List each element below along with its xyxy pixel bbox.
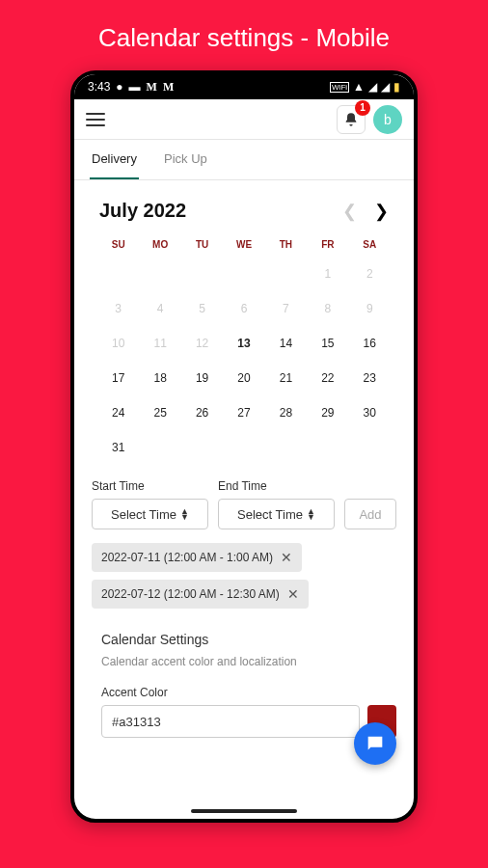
calendar-dow: SA: [349, 239, 391, 250]
tab-pickup[interactable]: Pick Up: [162, 140, 209, 179]
chat-icon: [365, 733, 386, 754]
calendar-day[interactable]: 21: [265, 367, 307, 389]
settings-title: Calendar Settings: [101, 632, 396, 647]
calendar-day[interactable]: 23: [349, 367, 391, 389]
calendar-day[interactable]: 24: [97, 402, 139, 423]
calendar-dow: TH: [265, 239, 307, 250]
notifications-button[interactable]: 1: [337, 105, 366, 134]
add-time-button[interactable]: Add: [344, 499, 396, 529]
menu-button[interactable]: [86, 113, 105, 126]
calendar-day[interactable]: 25: [139, 402, 180, 423]
settings-description: Calendar accent color and localization: [101, 655, 396, 668]
calendar-day[interactable]: 26: [181, 402, 223, 423]
status-bar: 3:43 ● ▬ M M WiFi ▲ ◢ ◢ ▮: [74, 74, 414, 99]
chip-remove-button[interactable]: ✕: [287, 586, 299, 602]
time-row: Start Time Select Time ▲▼ End Time Selec…: [90, 479, 398, 529]
calendar-day[interactable]: 28: [265, 402, 307, 423]
calendar-day[interactable]: 13: [223, 333, 264, 354]
time-chip: 2022-07-12 (12:00 AM - 12:30 AM)✕: [92, 580, 309, 609]
time-chips: 2022-07-11 (12:00 AM - 1:00 AM)✕2022-07-…: [90, 543, 398, 609]
tab-delivery[interactable]: Delivery: [90, 140, 139, 179]
calendar-day[interactable]: 2: [349, 263, 391, 285]
page-title: Calendar settings - Mobile: [0, 0, 488, 70]
calendar-day[interactable]: 30: [349, 402, 391, 423]
chip-label: 2022-07-11 (12:00 AM - 1:00 AM): [101, 551, 273, 564]
calendar-day: [97, 263, 139, 285]
calendar-day: [223, 263, 264, 285]
accent-color-input[interactable]: #a31313: [101, 705, 360, 738]
stepper-icon: ▲▼: [180, 508, 189, 520]
calendar-day: [265, 263, 307, 285]
status-battery-icon: ▮: [393, 80, 400, 94]
calendar-grid: SUMOTUWETHFRSA12345678910111213141516171…: [90, 239, 398, 458]
status-app-icon: ▬: [129, 80, 141, 94]
calendar-day[interactable]: 14: [265, 333, 307, 354]
calendar-day[interactable]: 6: [223, 298, 264, 319]
calendar-day[interactable]: 17: [97, 367, 139, 389]
time-chip: 2022-07-11 (12:00 AM - 1:00 AM)✕: [92, 543, 302, 572]
calendar-settings-section: Calendar Settings Calendar accent color …: [90, 632, 398, 738]
calendar-header: July 2022 ❮ ❯: [90, 200, 398, 222]
calendar-day[interactable]: 29: [307, 402, 348, 423]
prev-month-button[interactable]: ❮: [342, 201, 357, 222]
chip-remove-button[interactable]: ✕: [281, 550, 292, 565]
calendar-dow: TU: [181, 239, 223, 250]
calendar-day[interactable]: 7: [265, 298, 307, 319]
calendar-day[interactable]: 9: [349, 298, 391, 319]
calendar-day[interactable]: 18: [139, 367, 180, 389]
start-time-select[interactable]: Select Time ▲▼: [92, 499, 208, 529]
end-time-select[interactable]: Select Time ▲▼: [218, 499, 335, 529]
stepper-icon: ▲▼: [307, 508, 315, 520]
notification-badge: 1: [355, 100, 370, 116]
chip-label: 2022-07-12 (12:00 AM - 12:30 AM): [101, 587, 280, 601]
calendar-day[interactable]: 8: [307, 298, 348, 319]
calendar-dow: SU: [97, 239, 139, 250]
calendar-day[interactable]: 22: [307, 367, 348, 389]
app-header: 1 b: [74, 99, 414, 140]
phone-frame: 3:43 ● ▬ M M WiFi ▲ ◢ ◢ ▮ 1 b Delivery P…: [70, 70, 418, 823]
calendar-dow: WE: [223, 239, 264, 250]
start-time-label: Start Time: [92, 479, 208, 493]
end-time-label: End Time: [218, 479, 335, 493]
calendar-day[interactable]: 4: [139, 298, 180, 319]
status-mail-icon: M: [163, 80, 174, 95]
accent-color-label: Accent Color: [101, 686, 396, 699]
status-mail-icon: M: [147, 80, 157, 95]
calendar-day[interactable]: 10: [97, 333, 139, 354]
calendar-day[interactable]: 12: [181, 333, 223, 354]
chat-fab[interactable]: [354, 722, 396, 765]
calendar-day[interactable]: 1: [307, 263, 348, 285]
status-time: 3:43: [88, 80, 110, 94]
avatar[interactable]: b: [373, 105, 402, 134]
calendar-day[interactable]: 31: [97, 437, 139, 458]
status-wifi-icon: ▲: [353, 80, 365, 94]
calendar-day[interactable]: 11: [139, 333, 180, 354]
calendar-day[interactable]: 5: [181, 298, 223, 319]
calendar-day: [181, 263, 223, 285]
select-placeholder: Select Time: [111, 507, 176, 522]
calendar-day[interactable]: 16: [349, 333, 391, 354]
next-month-button[interactable]: ❯: [374, 201, 389, 222]
status-dot-icon: ●: [116, 80, 122, 94]
status-signal-icon: ◢: [381, 80, 390, 94]
calendar-day[interactable]: 27: [223, 402, 264, 423]
home-indicator: [191, 809, 297, 813]
calendar-day[interactable]: 15: [307, 333, 348, 354]
calendar-day[interactable]: 19: [181, 367, 223, 389]
calendar-day: [139, 263, 180, 285]
calendar-day[interactable]: 20: [223, 367, 264, 389]
content: July 2022 ❮ ❯ SUMOTUWETHFRSA123456789101…: [74, 180, 414, 817]
calendar-dow: FR: [307, 239, 348, 250]
calendar-dow: MO: [139, 239, 180, 250]
tabs: Delivery Pick Up: [74, 140, 414, 180]
status-signal-icon: ◢: [368, 80, 377, 94]
calendar-month-title: July 2022: [99, 200, 186, 222]
status-wifi-label-icon: WiFi: [330, 82, 349, 93]
select-placeholder: Select Time: [237, 507, 303, 522]
calendar-day[interactable]: 3: [97, 298, 139, 319]
